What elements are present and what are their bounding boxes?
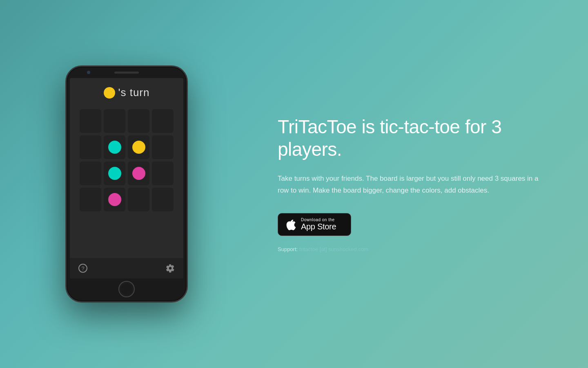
grid-cell[interactable] [80,162,101,185]
phone-camera [87,71,90,74]
app-store-label: App Store [301,222,336,231]
turn-text: 's turn [118,86,150,99]
screen-bottom-bar: ? [70,258,183,278]
grid-cell[interactable] [128,188,149,211]
player-dot-yellow [132,141,145,154]
grid-cell[interactable] [104,162,125,185]
phone-top [67,67,187,78]
gear-icon [166,264,175,273]
grid-cell[interactable] [128,162,149,185]
app-store-text-group: Download on the App Store [301,218,336,231]
grid-cell[interactable] [104,188,125,211]
grid-cell[interactable] [80,188,101,211]
app-headline: TriTacToe is tic-tac-toe for 3 players. [278,116,555,161]
grid-cell[interactable] [152,135,174,159]
grid-cell[interactable] [152,188,174,211]
content-section: TriTacToe is tic-tac-toe for 3 players. … [253,91,588,277]
help-icon: ? [78,264,87,273]
grid-cell[interactable] [128,135,149,159]
settings-button[interactable] [165,263,175,273]
player-dot-cyan [108,141,121,154]
game-grid[interactable] [80,109,174,211]
grid-cell[interactable] [80,109,101,133]
player-dot-pink [108,193,121,206]
phone-frame: 's turn [65,65,188,303]
support-email: tritactoe [at] sunshocked.com [299,246,368,252]
home-button[interactable] [118,281,135,297]
phone-bottom [67,278,187,300]
help-button[interactable]: ? [78,263,88,273]
download-on-label: Download on the [301,218,336,222]
phone-speaker [114,72,139,74]
player-dot-pink [132,167,145,180]
app-description: Take turns with your friends. The board … [278,173,539,197]
turn-dot [104,87,115,99]
grid-cell[interactable] [80,135,101,159]
grid-cell[interactable] [152,162,174,185]
grid-cell[interactable] [104,109,125,133]
app-store-button[interactable]: Download on the App Store [278,213,351,236]
support-label: Support: [278,246,298,252]
phone-screen: 's turn [70,78,183,278]
support-line: Support: tritactoe [at] sunshocked.com [278,246,555,252]
player-dot-cyan [108,167,121,180]
grid-cell[interactable] [128,109,149,133]
grid-cell[interactable] [152,109,174,133]
phone-section: 's turn [0,0,253,368]
apple-logo-icon [286,219,296,230]
grid-cell[interactable] [104,135,125,159]
screen-content: 's turn [70,78,183,258]
turn-indicator: 's turn [104,86,150,99]
